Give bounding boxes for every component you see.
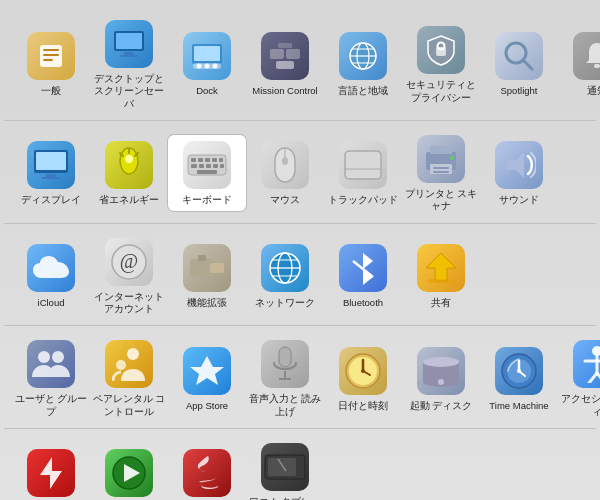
svg-line-99 (589, 373, 597, 383)
startup-disk-label: 起動 ディスク (410, 400, 473, 412)
date-time-icon-item[interactable]: 日付と時刻 (324, 341, 402, 416)
general-label: 一般 (41, 85, 61, 97)
time-machine-label: Time Machine (489, 400, 548, 412)
network-icon-item[interactable]: ネットワーク (246, 238, 324, 313)
displays-icon-item[interactable]: ディスプレイ (12, 135, 90, 210)
svg-point-85 (361, 369, 365, 373)
svg-rect-3 (43, 59, 53, 61)
dock-label: Dock (196, 85, 218, 97)
svg-point-75 (52, 351, 64, 363)
printers-label: プリンタと スキャナ (404, 188, 478, 213)
sharing-label: 共有 (431, 297, 451, 309)
security-label: セキュリティと プライバシー (404, 79, 478, 104)
section-personal: 一般 デスクトップと スクリーンセーバ Dock (4, 8, 596, 121)
svg-rect-78 (279, 347, 291, 367)
app-store-label: App Store (186, 400, 228, 412)
spotlight-icon-item[interactable]: Spotlight (480, 26, 558, 101)
svg-rect-43 (191, 164, 197, 168)
trackpad-icon-item[interactable]: トラックパッド (324, 135, 402, 210)
svg-marker-72 (426, 253, 456, 281)
keyboard-label: キーボード (182, 194, 232, 206)
svg-point-50 (282, 157, 288, 165)
svg-point-90 (438, 379, 444, 385)
svg-point-11 (197, 64, 202, 69)
displays-label: ディスプレイ (21, 194, 81, 206)
language-icon-item[interactable]: 言語と地域 (324, 26, 402, 101)
parental-controls-icon-item[interactable]: ペアレンタル コントロール (90, 334, 168, 422)
dictation-icon-item[interactable]: 音声入力と 読み上げ (246, 334, 324, 422)
internet-accounts-label: インターネット アカウント (92, 291, 166, 316)
flip4mac-icon-item[interactable]: Flip4Mac (90, 443, 168, 500)
svg-point-58 (450, 156, 454, 160)
icloud-label: iCloud (38, 297, 65, 309)
svg-rect-51 (345, 151, 381, 179)
general-icon-item[interactable]: 一般 (12, 26, 90, 101)
svg-text:@: @ (120, 250, 138, 273)
accessibility-label: アクセシ ビリティ (560, 393, 600, 418)
time-machine-icon-item[interactable]: Time Machine (480, 341, 558, 416)
svg-rect-41 (212, 158, 217, 162)
svg-rect-57 (433, 171, 449, 173)
svg-point-89 (423, 357, 459, 367)
svg-point-95 (517, 369, 521, 373)
svg-rect-2 (43, 54, 59, 56)
notifications-icon-item[interactable]: ! 通知 (558, 26, 600, 101)
svg-rect-5 (116, 33, 142, 49)
notifications-label: 通知 (587, 85, 600, 97)
extensions-icon-item[interactable]: 機能拡張 (168, 238, 246, 313)
extensions-label: 機能拡張 (187, 297, 227, 309)
icloud-icon-item[interactable]: iCloud (12, 238, 90, 313)
svg-rect-46 (213, 164, 218, 168)
svg-marker-101 (40, 457, 62, 489)
network-label: ネットワーク (255, 297, 315, 309)
svg-rect-48 (197, 170, 217, 174)
security-icon-item[interactable]: セキュリティと プライバシー (402, 20, 480, 108)
desktop-icon-item[interactable]: デスクトップと スクリーンセーバ (90, 14, 168, 114)
svg-point-12 (205, 64, 210, 69)
bluetooth-label: Bluetooth (343, 297, 383, 309)
flash-player-icon-item[interactable]: Flash Player (12, 443, 90, 500)
section-hardware: ディスプレイ 省エネルギー キーボード マウス (4, 123, 596, 224)
java-icon-item[interactable]: Java (168, 443, 246, 500)
wacom-tablet-icon-item[interactable]: ワコム タブレット (246, 437, 324, 500)
mouse-icon-item[interactable]: マウス (246, 135, 324, 210)
mission-control-icon-item[interactable]: Mission Control (246, 26, 324, 101)
parental-controls-label: ペアレンタル コントロール (92, 393, 166, 418)
wacom-tablet-label: ワコム タブレット (248, 496, 322, 500)
startup-disk-icon-item[interactable]: 起動 ディスク (402, 341, 480, 416)
svg-rect-31 (42, 177, 60, 179)
svg-rect-42 (219, 158, 223, 162)
language-label: 言語と地域 (338, 85, 388, 97)
svg-point-74 (38, 351, 50, 363)
bluetooth-icon-item[interactable]: Bluetooth (324, 238, 402, 313)
app-store-icon-item[interactable]: App Store (168, 341, 246, 416)
accessibility-icon-item[interactable]: アクセシ ビリティ (558, 334, 600, 422)
svg-rect-29 (36, 152, 66, 170)
energy-icon-item[interactable]: 省エネルギー (90, 135, 168, 210)
desktop-label: デスクトップと スクリーンセーバ (92, 73, 166, 110)
spotlight-label: Spotlight (501, 85, 538, 97)
svg-rect-14 (270, 49, 284, 59)
svg-point-33 (125, 155, 133, 163)
sound-label: サウンド (499, 194, 539, 206)
svg-line-26 (523, 60, 532, 69)
printers-icon-item[interactable]: プリンタと スキャナ (402, 129, 480, 217)
internet-accounts-icon-item[interactable]: @ インターネット アカウント (90, 232, 168, 320)
mouse-label: マウス (270, 194, 300, 206)
users-icon-item[interactable]: ユーザと グループ (12, 334, 90, 422)
svg-rect-40 (205, 158, 210, 162)
users-label: ユーザと グループ (14, 393, 88, 418)
svg-rect-63 (210, 263, 224, 273)
dock-icon-item[interactable]: Dock (168, 26, 246, 101)
sound-icon-item[interactable]: サウンド (480, 135, 558, 210)
svg-rect-7 (120, 55, 138, 57)
keyboard-icon-item[interactable]: キーボード (168, 135, 246, 210)
svg-rect-73 (428, 279, 454, 283)
date-time-label: 日付と時刻 (338, 400, 388, 412)
dictation-label: 音声入力と 読み上げ (248, 393, 322, 418)
svg-rect-6 (124, 52, 134, 55)
svg-rect-39 (198, 158, 203, 162)
sharing-icon-item[interactable]: 共有 (402, 238, 480, 313)
svg-point-77 (116, 360, 126, 370)
svg-rect-1 (43, 49, 59, 51)
